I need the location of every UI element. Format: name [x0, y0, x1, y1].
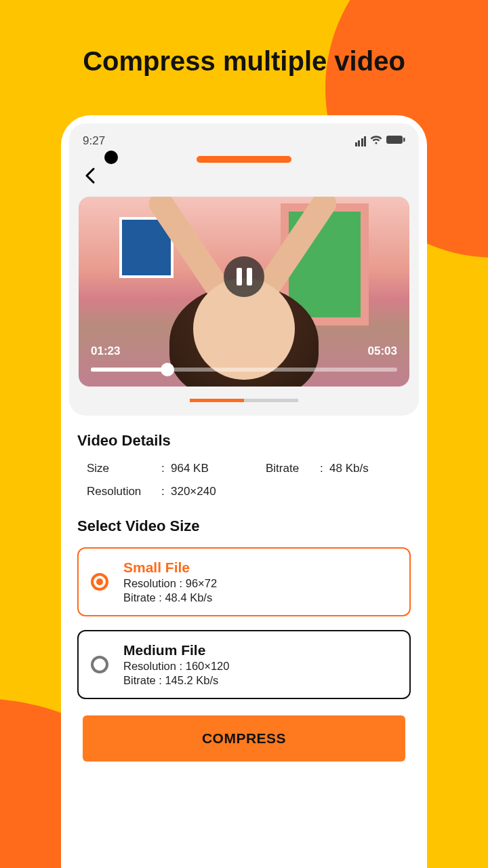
seek-bar[interactable] — [91, 368, 397, 372]
page-headline: Compress multiple video — [0, 0, 488, 77]
signal-icon — [355, 136, 367, 146]
wifi-icon — [370, 134, 382, 148]
page-dot-active — [190, 399, 244, 402]
top-accent-bar — [197, 156, 291, 163]
battery-icon — [386, 134, 405, 148]
option-resolution: Resolution : 96×72 — [123, 577, 217, 590]
option-title: Medium File — [123, 642, 229, 658]
detail-row-size-bitrate: Size : 964 KB Bitrate : 48 Kb/s — [87, 462, 411, 475]
page-indicator — [79, 399, 409, 402]
status-bar: 9:27 — [79, 132, 409, 149]
seek-knob[interactable] — [161, 363, 174, 376]
phone-frame: 9:27 — [61, 115, 427, 868]
camera-dot — [104, 151, 118, 164]
bitrate-label: Bitrate — [266, 462, 320, 475]
pause-button[interactable] — [224, 256, 264, 297]
option-title: Small File — [123, 559, 217, 576]
option-small-file[interactable]: Small File Resolution : 96×72 Bitrate : … — [77, 547, 411, 616]
bitrate-value: 48 Kb/s — [329, 462, 369, 475]
video-details-title: Video Details — [77, 432, 411, 450]
size-label: Size — [87, 462, 161, 475]
svg-rect-1 — [403, 138, 405, 142]
compress-button[interactable]: COMPRESS — [83, 715, 405, 762]
resolution-label: Resolution — [87, 485, 161, 498]
status-icons — [355, 134, 406, 148]
video-header-card: 9:27 — [69, 123, 419, 416]
size-value: 964 KB — [171, 462, 245, 475]
option-medium-file[interactable]: Medium File Resolution : 160×120 Bitrate… — [77, 630, 411, 699]
seek-fill — [91, 368, 167, 372]
radio-icon — [91, 573, 108, 591]
time-current: 01:23 — [91, 344, 120, 358]
detail-row-resolution: Resolution : 320×240 — [87, 485, 411, 498]
svg-rect-0 — [386, 136, 403, 144]
page-dot — [244, 399, 298, 402]
radio-icon — [91, 656, 108, 673]
status-time: 9:27 — [83, 134, 105, 148]
video-preview[interactable]: 01:23 05:03 — [79, 197, 409, 387]
time-total: 05:03 — [368, 344, 397, 358]
select-size-title: Select Video Size — [77, 517, 411, 535]
resolution-value: 320×240 — [171, 485, 216, 498]
option-resolution: Resolution : 160×120 — [123, 660, 229, 673]
back-button[interactable] — [84, 167, 409, 189]
option-bitrate: Bitrate : 145.2 Kb/s — [123, 674, 229, 687]
option-bitrate: Bitrate : 48.4 Kb/s — [123, 591, 217, 604]
